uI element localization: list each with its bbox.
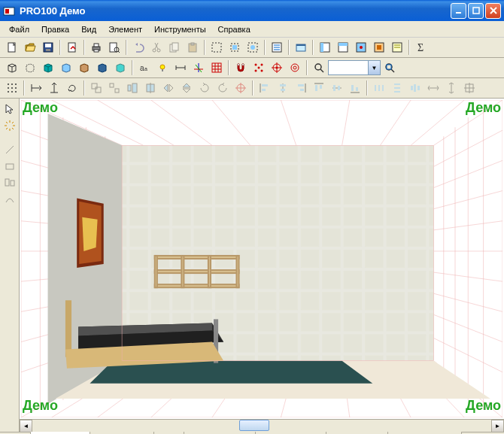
stretch-h-icon[interactable] bbox=[425, 80, 442, 96]
print-preview-icon[interactable] bbox=[106, 39, 123, 56]
align1-icon[interactable] bbox=[124, 80, 141, 96]
save-icon[interactable] bbox=[40, 39, 56, 56]
rotate-icon[interactable] bbox=[64, 80, 80, 96]
svg-rect-98 bbox=[128, 85, 131, 91]
magnet-icon[interactable] bbox=[232, 59, 249, 76]
align-left-icon[interactable] bbox=[257, 80, 273, 96]
select-box-icon[interactable] bbox=[244, 39, 261, 56]
distribute-h-icon[interactable] bbox=[371, 80, 387, 96]
scroll-right-icon[interactable]: ► bbox=[491, 420, 504, 432]
distribute-v-icon[interactable] bbox=[389, 80, 405, 96]
cut-icon[interactable] bbox=[148, 39, 165, 56]
close-button[interactable] bbox=[485, 3, 501, 19]
text-label-icon[interactable]: aa bbox=[136, 59, 153, 76]
select-all-icon[interactable] bbox=[226, 39, 243, 56]
snap-center-icon[interactable] bbox=[269, 59, 285, 76]
panel2-icon[interactable] bbox=[335, 39, 351, 56]
line-tool-icon[interactable] bbox=[2, 142, 17, 157]
zoom-icon[interactable] bbox=[311, 59, 327, 76]
snap-grid-icon[interactable] bbox=[250, 59, 267, 76]
panel3-icon[interactable] bbox=[353, 39, 369, 56]
svg-rect-107 bbox=[262, 89, 266, 91]
align-right-icon[interactable] bbox=[293, 80, 309, 96]
center-target-icon[interactable] bbox=[232, 80, 249, 96]
panel1-icon[interactable] bbox=[317, 39, 333, 56]
cube-solid-icon[interactable] bbox=[40, 59, 56, 76]
minimize-button[interactable] bbox=[451, 3, 466, 19]
dimension-icon[interactable] bbox=[172, 59, 189, 76]
menu-element[interactable]: Элемент bbox=[102, 23, 148, 35]
panel5-icon[interactable] bbox=[389, 39, 405, 56]
cube-color-icon[interactable] bbox=[58, 59, 74, 76]
svg-line-174 bbox=[98, 100, 175, 145]
scroll-left-icon[interactable]: ◄ bbox=[20, 420, 32, 432]
cube-render-icon[interactable] bbox=[94, 59, 111, 76]
dotgrid-icon[interactable] bbox=[4, 80, 20, 96]
svg-point-20 bbox=[157, 49, 160, 52]
flip-h-icon[interactable] bbox=[160, 80, 177, 96]
svg-point-75 bbox=[293, 66, 296, 69]
app-icon bbox=[3, 5, 15, 17]
cube-dashed-icon[interactable] bbox=[22, 59, 38, 76]
menu-view[interactable]: Вид bbox=[75, 23, 102, 35]
svg-rect-35 bbox=[296, 44, 305, 46]
svg-point-84 bbox=[8, 87, 9, 89]
flip-v-icon[interactable] bbox=[178, 80, 195, 96]
align-hcenter-icon[interactable] bbox=[275, 80, 291, 96]
cube-texture-icon[interactable] bbox=[76, 59, 93, 76]
sigma-icon[interactable]: Σ bbox=[413, 39, 430, 56]
align2-icon[interactable] bbox=[142, 80, 159, 96]
move-x-icon[interactable] bbox=[28, 80, 44, 96]
move-y-icon[interactable] bbox=[46, 80, 62, 96]
undo-icon[interactable] bbox=[130, 39, 147, 56]
cube-wireframe-icon[interactable] bbox=[4, 59, 20, 76]
viewport[interactable]: Демо Демо Демо Демо ◄ ► bbox=[20, 99, 504, 432]
menu-help[interactable]: Справка bbox=[212, 23, 257, 35]
svg-rect-116 bbox=[320, 85, 322, 89]
scroll-thumb[interactable] bbox=[239, 420, 269, 431]
light-tool-icon[interactable] bbox=[2, 118, 17, 133]
zoom-fit-icon[interactable] bbox=[381, 59, 398, 76]
properties-icon[interactable] bbox=[269, 39, 285, 56]
stretch-both-icon[interactable] bbox=[461, 80, 478, 96]
align-bottom-icon[interactable] bbox=[347, 80, 363, 96]
shape2-tool-icon[interactable] bbox=[2, 175, 17, 190]
align-top-icon[interactable] bbox=[311, 80, 327, 96]
snap-target-icon[interactable] bbox=[287, 59, 303, 76]
import-icon[interactable] bbox=[64, 39, 80, 56]
shape1-tool-icon[interactable] bbox=[2, 159, 17, 174]
lighting-icon[interactable] bbox=[154, 59, 171, 76]
ungroup-icon[interactable] bbox=[106, 80, 123, 96]
align-vcenter-icon[interactable] bbox=[329, 80, 345, 96]
menu-file[interactable]: Файл bbox=[3, 23, 35, 35]
visibility-icon[interactable] bbox=[293, 39, 309, 56]
rotate-ccw-icon[interactable] bbox=[214, 80, 231, 96]
svg-line-179 bbox=[380, 100, 411, 145]
grid-icon[interactable] bbox=[208, 59, 225, 76]
open-icon[interactable] bbox=[22, 39, 38, 56]
cursor-tool-icon[interactable] bbox=[2, 102, 17, 117]
rotate-cw-icon[interactable] bbox=[196, 80, 213, 96]
new-file-icon[interactable] bbox=[4, 39, 20, 56]
maximize-button[interactable] bbox=[468, 3, 484, 19]
select-icon[interactable] bbox=[208, 39, 225, 56]
print-icon[interactable] bbox=[88, 39, 105, 56]
paste-icon[interactable] bbox=[184, 39, 201, 56]
axes-icon[interactable] bbox=[190, 59, 207, 76]
copy-icon[interactable] bbox=[166, 39, 183, 56]
svg-point-87 bbox=[8, 91, 9, 93]
stretch-v-icon[interactable] bbox=[443, 80, 460, 96]
group-icon[interactable] bbox=[88, 80, 105, 96]
svg-rect-106 bbox=[262, 84, 268, 86]
curve-tool-icon[interactable] bbox=[2, 192, 17, 207]
menu-tools[interactable]: Инструменты bbox=[148, 23, 212, 35]
svg-line-177 bbox=[281, 100, 296, 145]
cube-transparent-icon[interactable] bbox=[112, 59, 129, 76]
distribute-3-icon[interactable] bbox=[407, 80, 424, 96]
zoom-combo[interactable]: ▼ bbox=[328, 60, 381, 75]
menu-edit[interactable]: Правка bbox=[35, 23, 75, 35]
panel4-icon[interactable] bbox=[371, 39, 387, 56]
chevron-down-icon[interactable]: ▼ bbox=[368, 61, 380, 74]
svg-point-67 bbox=[255, 70, 257, 72]
scrollbar-h[interactable]: ◄ ► bbox=[20, 419, 504, 432]
